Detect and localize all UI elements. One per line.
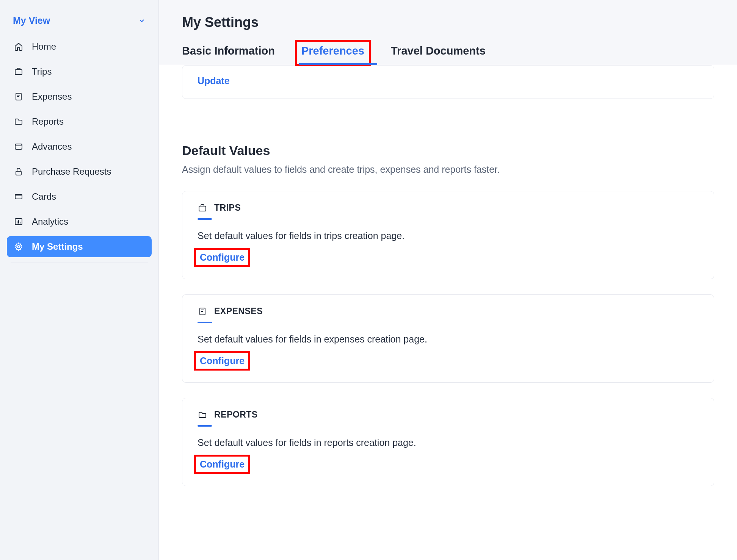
sidebar-item-cards[interactable]: Cards [7,186,152,207]
card-header: REPORTS [198,410,699,420]
card-underline [198,322,212,323]
gear-icon [14,242,24,252]
nav-label: Cards [32,191,56,202]
nav-label: Trips [32,66,52,77]
receipt-icon [14,92,24,102]
update-button[interactable]: Update [198,75,230,86]
nav-label: Analytics [32,216,68,227]
card-header: TRIPS [198,203,699,213]
app-root: My View Home Trips Ex [0,0,737,560]
lock-icon [14,167,24,177]
nav-label: Purchase Requests [32,166,111,177]
briefcase-icon [198,203,207,213]
main-content: My Settings Basic Information Preference… [159,0,737,560]
content-scroll[interactable]: Update Default Values Assign default val… [159,65,737,560]
card-heading: REPORTS [214,410,258,420]
wallet-icon [14,142,24,152]
card-icon [14,192,24,202]
sidebar-item-reports[interactable]: Reports [7,111,152,132]
sidebar-item-trips[interactable]: Trips [7,61,152,82]
card-text: Set default values for fields in trips c… [198,230,699,241]
previous-card-stub: Update [182,65,714,99]
page-header: My Settings Basic Information Preference… [159,0,737,65]
sidebar-item-advances[interactable]: Advances [7,136,152,157]
section-divider [182,124,714,124]
default-values-title: Default Values [182,143,714,158]
sidebar-item-home[interactable]: Home [7,36,152,57]
svg-point-11 [17,246,20,248]
folder-icon [198,410,207,420]
nav-label: Advances [32,141,72,152]
svg-rect-12 [199,206,206,211]
default-card-trips: TRIPS Set default values for fields in t… [182,191,714,279]
tab-basic-information[interactable]: Basic Information [182,45,275,65]
nav-label: Home [32,41,56,52]
briefcase-icon [14,67,24,77]
default-card-reports: REPORTS Set default values for fields in… [182,398,714,486]
nav-label: Expenses [32,91,72,102]
nav-divider [11,263,148,263]
tab-bar: Basic Information Preferences Travel Doc… [182,45,714,65]
sidebar-item-my-settings[interactable]: My Settings [7,236,152,257]
configure-reports-button[interactable]: Configure [198,458,247,471]
nav-label: Reports [32,116,64,127]
home-icon [14,42,24,52]
svg-rect-4 [16,171,21,175]
view-switcher[interactable]: My View [7,11,152,36]
view-label: My View [13,15,50,26]
folder-icon [14,117,24,127]
card-heading: EXPENSES [214,306,263,316]
sidebar-item-purchase-requests[interactable]: Purchase Requests [7,161,152,182]
tab-travel-documents[interactable]: Travel Documents [391,45,486,65]
chevron-down-icon [138,17,146,25]
card-underline [198,218,212,220]
svg-rect-0 [15,70,22,75]
analytics-icon [14,217,24,227]
nav-label: My Settings [32,241,83,252]
sidebar-item-analytics[interactable]: Analytics [7,211,152,232]
default-values-description: Assign default values to fields and crea… [182,164,714,175]
receipt-icon [198,307,207,316]
tab-preferences[interactable]: Preferences [296,41,370,65]
svg-rect-5 [15,194,22,199]
card-text: Set default values for fields in expense… [198,334,699,345]
card-header: EXPENSES [198,306,699,316]
nav-list: Home Trips Expenses Reports [7,36,152,257]
card-underline [198,425,212,427]
sidebar-item-expenses[interactable]: Expenses [7,86,152,107]
sidebar: My View Home Trips Ex [0,0,159,560]
configure-trips-button[interactable]: Configure [198,251,247,264]
configure-expenses-button[interactable]: Configure [198,355,247,367]
card-text: Set default values for fields in reports… [198,437,699,448]
page-title: My Settings [182,14,714,30]
card-heading: TRIPS [214,203,241,213]
default-card-expenses: EXPENSES Set default values for fields i… [182,294,714,383]
